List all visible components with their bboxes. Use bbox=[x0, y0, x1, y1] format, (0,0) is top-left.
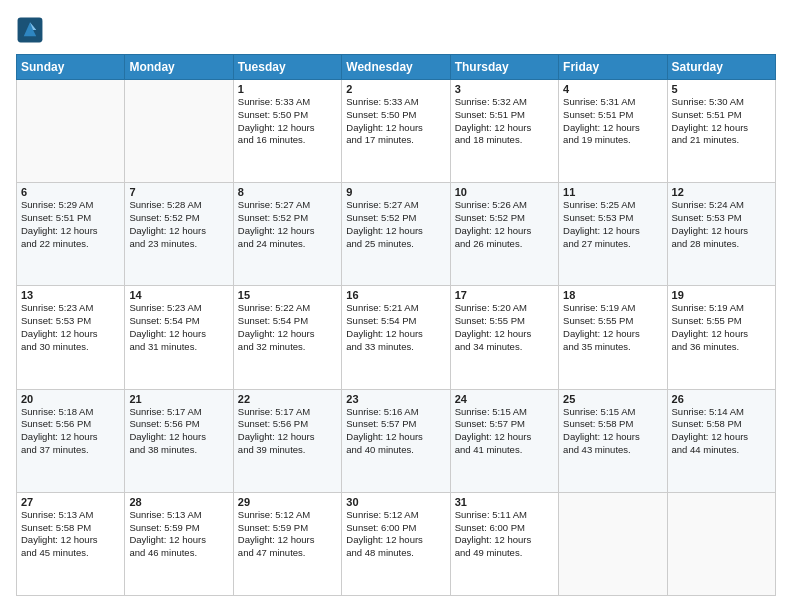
calendar-cell: 15Sunrise: 5:22 AM Sunset: 5:54 PM Dayli… bbox=[233, 286, 341, 389]
cell-info: Sunrise: 5:29 AM Sunset: 5:51 PM Dayligh… bbox=[21, 199, 120, 250]
cell-info: Sunrise: 5:26 AM Sunset: 5:52 PM Dayligh… bbox=[455, 199, 554, 250]
calendar-cell: 9Sunrise: 5:27 AM Sunset: 5:52 PM Daylig… bbox=[342, 183, 450, 286]
day-number: 13 bbox=[21, 289, 120, 301]
calendar-week-row: 27Sunrise: 5:13 AM Sunset: 5:58 PM Dayli… bbox=[17, 492, 776, 595]
day-number: 1 bbox=[238, 83, 337, 95]
cell-info: Sunrise: 5:24 AM Sunset: 5:53 PM Dayligh… bbox=[672, 199, 771, 250]
cell-info: Sunrise: 5:17 AM Sunset: 5:56 PM Dayligh… bbox=[238, 406, 337, 457]
calendar-cell: 10Sunrise: 5:26 AM Sunset: 5:52 PM Dayli… bbox=[450, 183, 558, 286]
day-number: 2 bbox=[346, 83, 445, 95]
cell-info: Sunrise: 5:14 AM Sunset: 5:58 PM Dayligh… bbox=[672, 406, 771, 457]
calendar-table: SundayMondayTuesdayWednesdayThursdayFrid… bbox=[16, 54, 776, 596]
day-number: 12 bbox=[672, 186, 771, 198]
calendar-cell: 27Sunrise: 5:13 AM Sunset: 5:58 PM Dayli… bbox=[17, 492, 125, 595]
calendar-cell: 8Sunrise: 5:27 AM Sunset: 5:52 PM Daylig… bbox=[233, 183, 341, 286]
cell-info: Sunrise: 5:22 AM Sunset: 5:54 PM Dayligh… bbox=[238, 302, 337, 353]
calendar-cell: 16Sunrise: 5:21 AM Sunset: 5:54 PM Dayli… bbox=[342, 286, 450, 389]
calendar-cell: 29Sunrise: 5:12 AM Sunset: 5:59 PM Dayli… bbox=[233, 492, 341, 595]
day-number: 4 bbox=[563, 83, 662, 95]
cell-info: Sunrise: 5:17 AM Sunset: 5:56 PM Dayligh… bbox=[129, 406, 228, 457]
day-number: 22 bbox=[238, 393, 337, 405]
day-number: 29 bbox=[238, 496, 337, 508]
cell-info: Sunrise: 5:33 AM Sunset: 5:50 PM Dayligh… bbox=[346, 96, 445, 147]
cell-info: Sunrise: 5:19 AM Sunset: 5:55 PM Dayligh… bbox=[563, 302, 662, 353]
header-row: SundayMondayTuesdayWednesdayThursdayFrid… bbox=[17, 55, 776, 80]
calendar-week-row: 1Sunrise: 5:33 AM Sunset: 5:50 PM Daylig… bbox=[17, 80, 776, 183]
cell-info: Sunrise: 5:20 AM Sunset: 5:55 PM Dayligh… bbox=[455, 302, 554, 353]
cell-info: Sunrise: 5:16 AM Sunset: 5:57 PM Dayligh… bbox=[346, 406, 445, 457]
day-number: 16 bbox=[346, 289, 445, 301]
cell-info: Sunrise: 5:13 AM Sunset: 5:59 PM Dayligh… bbox=[129, 509, 228, 560]
calendar-cell: 24Sunrise: 5:15 AM Sunset: 5:57 PM Dayli… bbox=[450, 389, 558, 492]
weekday-header-sunday: Sunday bbox=[17, 55, 125, 80]
calendar-week-row: 13Sunrise: 5:23 AM Sunset: 5:53 PM Dayli… bbox=[17, 286, 776, 389]
day-number: 20 bbox=[21, 393, 120, 405]
calendar-cell: 25Sunrise: 5:15 AM Sunset: 5:58 PM Dayli… bbox=[559, 389, 667, 492]
logo bbox=[16, 16, 48, 44]
calendar-cell bbox=[125, 80, 233, 183]
day-number: 26 bbox=[672, 393, 771, 405]
day-number: 7 bbox=[129, 186, 228, 198]
calendar-cell: 18Sunrise: 5:19 AM Sunset: 5:55 PM Dayli… bbox=[559, 286, 667, 389]
cell-info: Sunrise: 5:30 AM Sunset: 5:51 PM Dayligh… bbox=[672, 96, 771, 147]
cell-info: Sunrise: 5:25 AM Sunset: 5:53 PM Dayligh… bbox=[563, 199, 662, 250]
weekday-header-thursday: Thursday bbox=[450, 55, 558, 80]
cell-info: Sunrise: 5:33 AM Sunset: 5:50 PM Dayligh… bbox=[238, 96, 337, 147]
day-number: 5 bbox=[672, 83, 771, 95]
day-number: 10 bbox=[455, 186, 554, 198]
calendar-cell: 23Sunrise: 5:16 AM Sunset: 5:57 PM Dayli… bbox=[342, 389, 450, 492]
day-number: 30 bbox=[346, 496, 445, 508]
calendar-cell: 26Sunrise: 5:14 AM Sunset: 5:58 PM Dayli… bbox=[667, 389, 775, 492]
calendar-cell: 4Sunrise: 5:31 AM Sunset: 5:51 PM Daylig… bbox=[559, 80, 667, 183]
cell-info: Sunrise: 5:13 AM Sunset: 5:58 PM Dayligh… bbox=[21, 509, 120, 560]
page: SundayMondayTuesdayWednesdayThursdayFrid… bbox=[0, 0, 792, 612]
calendar-cell bbox=[17, 80, 125, 183]
calendar-cell: 12Sunrise: 5:24 AM Sunset: 5:53 PM Dayli… bbox=[667, 183, 775, 286]
cell-info: Sunrise: 5:23 AM Sunset: 5:53 PM Dayligh… bbox=[21, 302, 120, 353]
weekday-header-friday: Friday bbox=[559, 55, 667, 80]
day-number: 27 bbox=[21, 496, 120, 508]
calendar-cell: 14Sunrise: 5:23 AM Sunset: 5:54 PM Dayli… bbox=[125, 286, 233, 389]
calendar-cell bbox=[559, 492, 667, 595]
calendar-week-row: 6Sunrise: 5:29 AM Sunset: 5:51 PM Daylig… bbox=[17, 183, 776, 286]
cell-info: Sunrise: 5:23 AM Sunset: 5:54 PM Dayligh… bbox=[129, 302, 228, 353]
day-number: 11 bbox=[563, 186, 662, 198]
calendar-cell: 6Sunrise: 5:29 AM Sunset: 5:51 PM Daylig… bbox=[17, 183, 125, 286]
logo-icon bbox=[16, 16, 44, 44]
cell-info: Sunrise: 5:18 AM Sunset: 5:56 PM Dayligh… bbox=[21, 406, 120, 457]
calendar-week-row: 20Sunrise: 5:18 AM Sunset: 5:56 PM Dayli… bbox=[17, 389, 776, 492]
calendar-cell: 5Sunrise: 5:30 AM Sunset: 5:51 PM Daylig… bbox=[667, 80, 775, 183]
day-number: 23 bbox=[346, 393, 445, 405]
weekday-header-wednesday: Wednesday bbox=[342, 55, 450, 80]
calendar-cell: 13Sunrise: 5:23 AM Sunset: 5:53 PM Dayli… bbox=[17, 286, 125, 389]
day-number: 25 bbox=[563, 393, 662, 405]
weekday-header-tuesday: Tuesday bbox=[233, 55, 341, 80]
day-number: 6 bbox=[21, 186, 120, 198]
day-number: 14 bbox=[129, 289, 228, 301]
calendar-cell: 3Sunrise: 5:32 AM Sunset: 5:51 PM Daylig… bbox=[450, 80, 558, 183]
cell-info: Sunrise: 5:27 AM Sunset: 5:52 PM Dayligh… bbox=[238, 199, 337, 250]
calendar-cell: 22Sunrise: 5:17 AM Sunset: 5:56 PM Dayli… bbox=[233, 389, 341, 492]
calendar-cell: 21Sunrise: 5:17 AM Sunset: 5:56 PM Dayli… bbox=[125, 389, 233, 492]
weekday-header-monday: Monday bbox=[125, 55, 233, 80]
weekday-header-saturday: Saturday bbox=[667, 55, 775, 80]
calendar-cell: 30Sunrise: 5:12 AM Sunset: 6:00 PM Dayli… bbox=[342, 492, 450, 595]
day-number: 21 bbox=[129, 393, 228, 405]
calendar-header: SundayMondayTuesdayWednesdayThursdayFrid… bbox=[17, 55, 776, 80]
cell-info: Sunrise: 5:11 AM Sunset: 6:00 PM Dayligh… bbox=[455, 509, 554, 560]
day-number: 24 bbox=[455, 393, 554, 405]
calendar-cell: 2Sunrise: 5:33 AM Sunset: 5:50 PM Daylig… bbox=[342, 80, 450, 183]
calendar-body: 1Sunrise: 5:33 AM Sunset: 5:50 PM Daylig… bbox=[17, 80, 776, 596]
cell-info: Sunrise: 5:27 AM Sunset: 5:52 PM Dayligh… bbox=[346, 199, 445, 250]
cell-info: Sunrise: 5:12 AM Sunset: 6:00 PM Dayligh… bbox=[346, 509, 445, 560]
calendar-cell: 1Sunrise: 5:33 AM Sunset: 5:50 PM Daylig… bbox=[233, 80, 341, 183]
header bbox=[16, 16, 776, 44]
cell-info: Sunrise: 5:15 AM Sunset: 5:58 PM Dayligh… bbox=[563, 406, 662, 457]
day-number: 31 bbox=[455, 496, 554, 508]
day-number: 9 bbox=[346, 186, 445, 198]
cell-info: Sunrise: 5:32 AM Sunset: 5:51 PM Dayligh… bbox=[455, 96, 554, 147]
cell-info: Sunrise: 5:15 AM Sunset: 5:57 PM Dayligh… bbox=[455, 406, 554, 457]
cell-info: Sunrise: 5:21 AM Sunset: 5:54 PM Dayligh… bbox=[346, 302, 445, 353]
day-number: 8 bbox=[238, 186, 337, 198]
calendar-cell: 28Sunrise: 5:13 AM Sunset: 5:59 PM Dayli… bbox=[125, 492, 233, 595]
